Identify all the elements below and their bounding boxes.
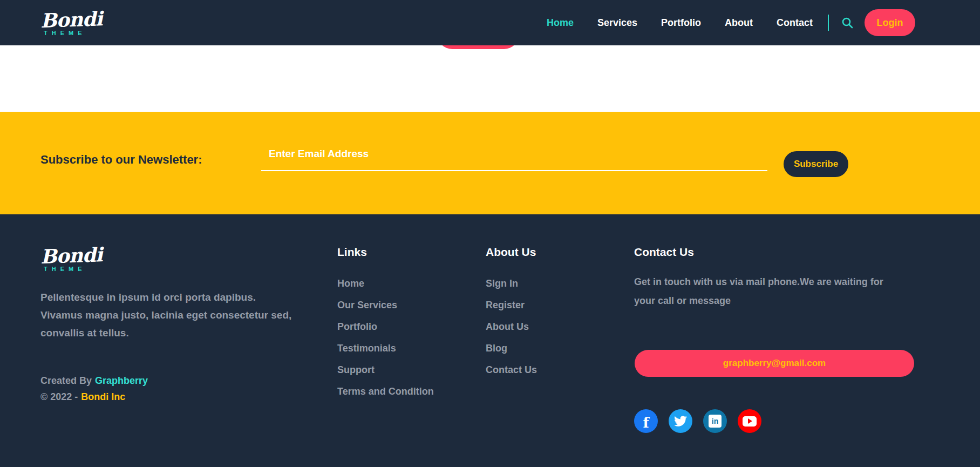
footer-brand-name: Bondi bbox=[40, 245, 105, 266]
list-item: Support bbox=[337, 359, 434, 381]
linkedin-glyph: in bbox=[709, 415, 722, 428]
nav-link-portfolio[interactable]: Portfolio bbox=[661, 17, 701, 28]
newsletter-email-input[interactable] bbox=[261, 143, 767, 171]
newsletter-title: Subscribe to our Newsletter: bbox=[40, 153, 202, 167]
newsletter-section: Subscribe to our Newsletter: Subscribe bbox=[0, 112, 980, 214]
links-list: Home Our Services Portfolio Testimonials… bbox=[337, 273, 434, 402]
footer-link-portfolio[interactable]: Portfolio bbox=[337, 321, 377, 333]
footer-link-register[interactable]: Register bbox=[486, 300, 525, 311]
brand-logo[interactable]: Bondi THEME bbox=[40, 10, 105, 36]
footer-about-column: About Us Sign In Register About Us Blog … bbox=[486, 246, 537, 381]
navbar: Bondi THEME Home Services Portfolio Abou… bbox=[0, 0, 980, 45]
list-item: Testimonials bbox=[337, 337, 434, 359]
facebook-glyph: f bbox=[643, 415, 649, 431]
social-icons-row: f in bbox=[634, 409, 761, 433]
email-button[interactable]: graphberry@gmail.com bbox=[635, 350, 914, 377]
graphberry-link[interactable]: Graphberry bbox=[95, 375, 148, 386]
list-item: Blog bbox=[486, 337, 537, 359]
footer-link-about-us[interactable]: About Us bbox=[486, 321, 529, 333]
about-list: Sign In Register About Us Blog Contact U… bbox=[486, 273, 537, 381]
created-by-prefix: Created By bbox=[40, 375, 92, 386]
nav-divider bbox=[828, 15, 829, 31]
search-icon[interactable] bbox=[841, 16, 854, 29]
list-item: Terms and Condition bbox=[337, 381, 434, 402]
nav-link-home[interactable]: Home bbox=[547, 17, 574, 28]
content-strip bbox=[0, 45, 980, 112]
nav-item: Home bbox=[547, 17, 574, 29]
contact-column-title: Contact Us bbox=[634, 246, 915, 259]
footer-link-terms[interactable]: Terms and Condition bbox=[337, 386, 434, 397]
bondi-inc-link[interactable]: Bondi Inc bbox=[81, 391, 125, 402]
list-item: Register bbox=[486, 294, 537, 316]
links-column-title: Links bbox=[337, 246, 434, 259]
list-item: Our Services bbox=[337, 294, 434, 316]
login-button[interactable]: Login bbox=[865, 9, 915, 36]
footer-link-blog[interactable]: Blog bbox=[486, 343, 507, 354]
footer: Bondi THEME Pellentesque in ipsum id orc… bbox=[0, 214, 980, 467]
list-item: Home bbox=[337, 273, 434, 294]
brand-name: Bondi bbox=[40, 8, 105, 30]
list-item: About Us bbox=[486, 316, 537, 337]
footer-contact-column: Contact Us Get in touch with us via mail… bbox=[634, 246, 915, 310]
twitter-icon[interactable] bbox=[669, 409, 692, 433]
about-column-title: About Us bbox=[486, 246, 537, 259]
subscribe-button[interactable]: Subscribe bbox=[784, 151, 848, 177]
footer-about-text: Pellentesque in ipsum id orci porta dapi… bbox=[40, 288, 297, 342]
nav-link-about[interactable]: About bbox=[725, 17, 753, 28]
footer-link-testimonials[interactable]: Testimonials bbox=[337, 343, 396, 354]
copyright-prefix: © 2022 - bbox=[40, 391, 78, 402]
nav-item: About bbox=[725, 17, 753, 29]
linkedin-icon[interactable]: in bbox=[703, 409, 727, 433]
footer-links-column: Links Home Our Services Portfolio Testim… bbox=[337, 246, 434, 402]
list-item: Sign In bbox=[486, 273, 537, 294]
list-item: Portfolio bbox=[337, 316, 434, 337]
nav-link-contact[interactable]: Contact bbox=[777, 17, 813, 28]
footer-link-contact-us[interactable]: Contact Us bbox=[486, 364, 537, 376]
footer-link-our-services[interactable]: Our Services bbox=[337, 300, 397, 311]
nav-item: Services bbox=[597, 17, 637, 29]
footer-link-sign-in[interactable]: Sign In bbox=[486, 278, 518, 289]
facebook-icon[interactable]: f bbox=[634, 409, 658, 433]
contact-text: Get in touch with us via mail phone.We a… bbox=[634, 273, 904, 310]
nav-item: Contact bbox=[777, 17, 813, 29]
list-item: Contact Us bbox=[486, 359, 537, 381]
youtube-icon[interactable] bbox=[738, 409, 761, 433]
footer-link-support[interactable]: Support bbox=[337, 364, 375, 376]
youtube-glyph bbox=[743, 416, 757, 427]
footer-brand-column: Bondi THEME Pellentesque in ipsum id orc… bbox=[40, 246, 297, 342]
nav-link-services[interactable]: Services bbox=[597, 17, 637, 28]
copyright-line: © 2022 -Bondi Inc bbox=[40, 391, 125, 403]
nav-item: Portfolio bbox=[661, 17, 701, 29]
created-by-line: Created ByGraphberry bbox=[40, 375, 148, 387]
nav-links: Home Services Portfolio About Contact bbox=[547, 17, 813, 29]
footer-brand-logo[interactable]: Bondi THEME bbox=[40, 246, 105, 272]
footer-link-home[interactable]: Home bbox=[337, 278, 364, 289]
